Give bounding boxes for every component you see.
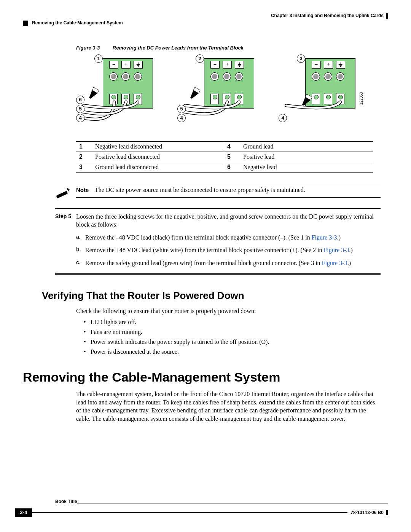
list-item: LED lights are off.: [84, 319, 381, 326]
list-item: Power switch indicates the power supply …: [84, 339, 381, 345]
callout-3: 3: [297, 54, 305, 63]
step-intro: Loosen the three locking screws for the …: [76, 212, 381, 229]
figure-block: Figure 3-3 Removing the DC Power Leads f…: [76, 45, 381, 173]
key-number: 2: [76, 152, 92, 162]
terminal-block-module-2: 2 –+⏚ 5 4: [177, 54, 265, 131]
section-heading: Removing the Cable-Management System: [23, 370, 388, 385]
callout-1: 1: [94, 54, 103, 63]
callout-4b: 4: [177, 114, 186, 122]
key-number: 6: [224, 162, 241, 172]
header-bar-icon: [386, 13, 388, 19]
figure-key-table: 1 Negative lead disconnected 4 Ground le…: [76, 141, 373, 173]
figure-row: 1 –+⏚ 6 5 4: [76, 54, 381, 131]
terminal-block-module-3: 3 –+⏚ 4 122050: [279, 54, 366, 131]
terminal-block-module-1: 1 –+⏚ 6 5 4: [76, 54, 164, 131]
key-text: Positive lead: [240, 152, 373, 162]
step-label: Step 5: [55, 212, 76, 272]
callout-2: 2: [196, 54, 204, 63]
key-number: 4: [224, 141, 241, 152]
figure-caption: Figure 3-3 Removing the DC Power Leads f…: [76, 45, 381, 51]
sub-text-post: .): [347, 260, 351, 266]
key-text: Ground lead disconnected: [92, 162, 224, 172]
figure-title: Removing the DC Power Leads from the Ter…: [113, 45, 244, 51]
key-text: Negative lead disconnected: [92, 141, 224, 152]
figure-label: Figure 3-3: [76, 45, 100, 51]
list-item: b. Remove the +48 VDC lead (white wire) …: [76, 246, 381, 254]
page-number: 3-4: [15, 508, 32, 517]
verify-intro: Check the following to ensure that your …: [76, 307, 381, 315]
figure-link[interactable]: Figure 3-3: [322, 260, 347, 266]
sub-text: Remove the –48 VDC lead (black) from the…: [85, 234, 312, 241]
pencil-icon: [190, 86, 202, 99]
sub-text: Remove the safety ground lead (green wir…: [85, 260, 322, 266]
list-item: Power is disconnected at the source.: [84, 348, 381, 355]
callout-4: 4: [76, 114, 84, 122]
running-header-right: Chapter 3 Installing and Removing the Up…: [23, 13, 388, 19]
callout-5: 5: [76, 105, 84, 113]
note-block: Note The DC site power source must be di…: [55, 184, 381, 201]
sub-marker: a.: [76, 233, 85, 242]
figure-link[interactable]: Figure 3-3: [323, 247, 349, 253]
pencil-icon: [88, 86, 101, 99]
step-sub-list: a. Remove the –48 VDC lead (black) from …: [76, 233, 381, 267]
list-item: Fans are not running.: [84, 329, 381, 335]
table-row: 1 Negative lead disconnected 4 Ground le…: [76, 141, 373, 152]
sub-marker: c.: [76, 259, 85, 267]
sub-text-post: .): [337, 234, 341, 241]
callout-4c: 4: [279, 114, 287, 122]
callout-6: 6: [76, 96, 84, 104]
page-footer: Book Title 3-4 78-13113-06 B0: [15, 499, 388, 517]
pencil-icon: [301, 93, 314, 105]
drawing-number: 122050: [359, 92, 363, 104]
callout-5b: 5: [177, 105, 186, 113]
key-text: Positive lead disconnected: [92, 152, 224, 162]
figure-link[interactable]: Figure 3-3: [312, 234, 337, 241]
svg-marker-7: [67, 188, 70, 192]
note-pencil-icon: [55, 184, 76, 201]
note-text: The DC site power source must be disconn…: [95, 187, 305, 193]
svg-rect-6: [56, 191, 68, 198]
list-item: a. Remove the –48 VDC lead (black) from …: [76, 233, 381, 242]
subsection-heading: Verifying That the Router Is Powered Dow…: [42, 290, 388, 302]
key-number: 3: [76, 162, 92, 172]
table-row: 2 Positive lead disconnected 5 Positive …: [76, 152, 373, 162]
key-number: 5: [224, 152, 241, 162]
sub-marker: b.: [76, 246, 85, 254]
chapter-label: Chapter 3 Installing and Removing the Up…: [271, 13, 384, 18]
key-text: Negative lead: [240, 162, 373, 172]
document-number: 78-13113-06 B0: [350, 510, 384, 515]
sub-text: Remove the +48 VDC lead (white wire) fro…: [85, 247, 323, 253]
footer-bar-icon: [386, 510, 388, 515]
note-label: Note: [76, 187, 89, 193]
step-block: Step 5 Loosen the three locking screws f…: [55, 208, 381, 272]
section-label: Removing the Cable-Management System: [32, 20, 123, 26]
sub-text-post: .): [349, 247, 353, 253]
list-item: c. Remove the safety ground lead (green …: [76, 259, 381, 267]
running-header-left: Removing the Cable-Management System: [23, 20, 388, 26]
verify-list: LED lights are off. Fans are not running…: [84, 319, 381, 355]
header-square-icon: [23, 21, 28, 26]
section-body: The cable-management system, located on …: [76, 390, 381, 423]
book-title: Book Title: [15, 499, 77, 504]
key-number: 1: [76, 141, 92, 152]
table-row: 3 Ground lead disconnected 6 Negative le…: [76, 162, 373, 172]
key-text: Ground lead: [240, 141, 373, 152]
